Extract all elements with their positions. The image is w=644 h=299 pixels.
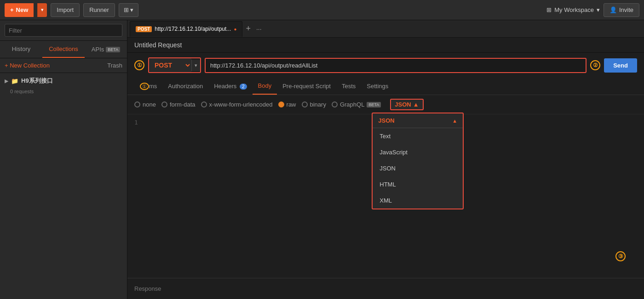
- invite-button[interactable]: 👤 Invite: [604, 3, 639, 17]
- plus-icon: +: [10, 6, 14, 13]
- collection-name: H9系列接口: [21, 77, 53, 85]
- format-arrow-icon: ▲: [413, 101, 419, 108]
- sidebar-tabs: History Collections APIs BETA: [0, 41, 127, 58]
- response-label: Response: [134, 285, 161, 292]
- icons-button[interactable]: ⊞ ▾: [119, 3, 139, 17]
- annotation-1: ①: [134, 60, 144, 70]
- tabs-bar: POST http://172.16.12.10/api/output... ●…: [127, 20, 644, 38]
- option-graphql[interactable]: GraphQL BETA: [332, 101, 381, 108]
- option-urlencoded[interactable]: x-www-form-urlencoded: [201, 101, 273, 108]
- send-button[interactable]: Send: [604, 58, 637, 73]
- method-box: POST GET PUT DELETE ▾: [148, 57, 201, 73]
- sidebar-actions: + New Collection Trash: [0, 58, 127, 73]
- format-dropdown-container: JSON ▲ JSON ▲ Text JavaScript JSON HTML …: [385, 99, 423, 110]
- option-raw[interactable]: raw: [278, 101, 296, 108]
- url-input-wrap: [205, 58, 586, 73]
- url-bar: ① POST GET PUT DELETE ▾ ② Send: [127, 53, 644, 78]
- option-form-data[interactable]: form-data: [161, 101, 196, 108]
- line-numbers: 1: [134, 119, 145, 273]
- none-label: none: [143, 101, 156, 108]
- expand-arrow-icon: ▶: [5, 78, 8, 84]
- tab-method-badge: POST: [136, 26, 152, 32]
- request-title: Untitled Request: [127, 38, 644, 53]
- tab-prerequest[interactable]: Pre-request Script: [277, 78, 336, 94]
- radio-raw: [278, 102, 284, 107]
- method-select[interactable]: POST GET PUT DELETE: [149, 58, 191, 72]
- option-none[interactable]: none: [134, 101, 156, 108]
- new-label: New: [16, 6, 29, 13]
- url-input[interactable]: [206, 59, 586, 72]
- radio-binary: [302, 102, 308, 107]
- form-data-label: form-data: [170, 101, 196, 108]
- urlencoded-label: x-www-form-urlencoded: [209, 101, 273, 108]
- sidebar-tab-history[interactable]: History: [0, 41, 42, 58]
- trash-button[interactable]: Trash: [107, 62, 122, 69]
- format-option-javascript[interactable]: JavaScript: [373, 144, 463, 160]
- radio-graphql: [332, 102, 338, 107]
- folder-icon: 📁: [11, 78, 18, 85]
- workspace-icon: ⊞: [546, 6, 552, 13]
- request-tabs: ①ms Authorization Headers 2 Body Pre-req…: [127, 78, 644, 95]
- format-button[interactable]: JSON ▲: [390, 99, 423, 110]
- collection-requests: 0 requests: [10, 89, 127, 94]
- collection-item[interactable]: ▶ 📁 H9系列接口: [0, 73, 127, 89]
- tab-headers[interactable]: Headers 2: [208, 78, 252, 94]
- tab-modified-dot: ●: [234, 27, 236, 32]
- format-option-xml[interactable]: XML: [373, 192, 463, 209]
- line-1: 1: [134, 119, 138, 126]
- tab-settings[interactable]: Settings: [361, 78, 394, 94]
- method-arrow-button[interactable]: ▾: [191, 60, 200, 71]
- format-option-html[interactable]: HTML: [373, 176, 463, 192]
- workspace-label: My Workspace: [554, 6, 594, 13]
- tab-url-label: http://172.16.12.10/api/output...: [155, 26, 231, 32]
- request-tab[interactable]: POST http://172.16.12.10/api/output... ●: [130, 21, 242, 37]
- raw-label: raw: [287, 101, 296, 108]
- sidebar: History Collections APIs BETA + New Coll…: [0, 20, 127, 299]
- request-area: POST http://172.16.12.10/api/output... ●…: [127, 20, 644, 299]
- format-option-json[interactable]: JSON: [373, 160, 463, 176]
- invite-label: Invite: [619, 6, 633, 13]
- radio-none: [134, 102, 140, 107]
- graphql-label: GraphQL: [340, 101, 364, 108]
- new-button[interactable]: + New: [5, 3, 34, 17]
- graphql-beta-badge: BETA: [367, 102, 381, 107]
- sidebar-tab-apis[interactable]: APIs BETA: [85, 41, 127, 58]
- workspace-selector[interactable]: ⊞ My Workspace ▾: [546, 6, 600, 13]
- new-collection-button[interactable]: + New Collection: [5, 62, 107, 69]
- filter-area: [0, 20, 127, 41]
- topbar: + New ▾ Import Runner ⊞ ▾ ⊞ My Workspace…: [0, 0, 644, 20]
- radio-urlencoded: [201, 102, 207, 107]
- body-options-row: none form-data x-www-form-urlencoded raw…: [127, 95, 644, 114]
- tab-tests[interactable]: Tests: [336, 78, 361, 94]
- person-icon: 👤: [610, 6, 617, 13]
- tab-authorization[interactable]: Authorization: [162, 78, 208, 94]
- new-dropdown-arrow[interactable]: ▾: [37, 3, 47, 17]
- response-area: Response: [127, 278, 644, 299]
- main-layout: History Collections APIs BETA + New Coll…: [0, 20, 644, 299]
- tab-params[interactable]: ①ms: [134, 78, 162, 94]
- format-label: JSON: [395, 101, 411, 108]
- option-binary[interactable]: binary: [302, 101, 326, 108]
- filter-input[interactable]: [5, 24, 122, 37]
- radio-form-data: [161, 102, 167, 107]
- binary-label: binary: [310, 101, 326, 108]
- beta-badge: BETA: [106, 47, 120, 52]
- dropdown-arrow-up: ▲: [452, 118, 457, 124]
- runner-button[interactable]: Runner: [83, 3, 115, 17]
- dropdown-header-label: JSON: [378, 117, 394, 124]
- format-option-text[interactable]: Text: [373, 128, 463, 144]
- import-button[interactable]: Import: [51, 3, 80, 17]
- annotation-2: ②: [590, 60, 600, 70]
- body-type-group: none form-data x-www-form-urlencoded raw…: [134, 101, 381, 108]
- annotation-inline: ①: [140, 83, 149, 90]
- add-tab-button[interactable]: +: [243, 24, 253, 34]
- annotation-3: ③: [615, 251, 626, 261]
- sidebar-tab-collections[interactable]: Collections: [42, 41, 85, 58]
- more-tabs-button[interactable]: ···: [254, 25, 264, 33]
- workspace-arrow-icon: ▾: [597, 6, 600, 13]
- format-dropdown-menu: JSON ▲ Text JavaScript JSON HTML XML: [372, 113, 464, 209]
- headers-count-badge: 2: [240, 84, 247, 90]
- tab-body[interactable]: Body: [253, 78, 277, 95]
